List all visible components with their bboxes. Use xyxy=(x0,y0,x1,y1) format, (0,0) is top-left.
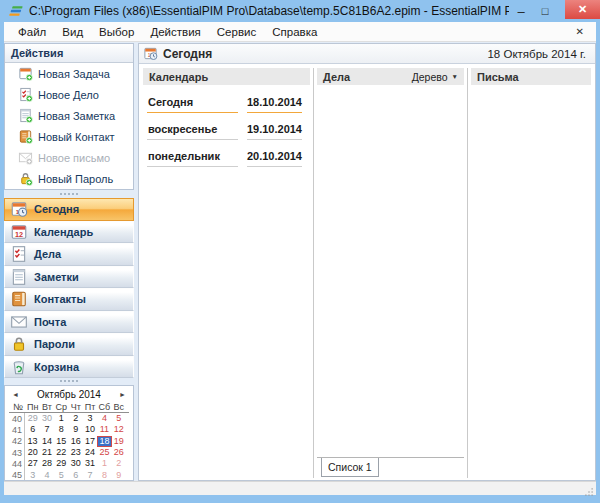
week-number: 43 xyxy=(12,447,25,458)
mini-calendar-day-cell[interactable]: 3 xyxy=(25,470,39,481)
menu-item-0[interactable]: Файл xyxy=(10,26,54,38)
sidebar-splitter-bottom[interactable] xyxy=(4,378,134,383)
agenda-day-label: Сегодня xyxy=(147,96,238,113)
sidebar-splitter-top[interactable] xyxy=(4,190,134,198)
new-password-icon xyxy=(18,171,33,186)
mini-calendar-day-cell[interactable]: 12 xyxy=(112,424,126,435)
mini-calendar-day-cell[interactable]: 7 xyxy=(40,424,54,435)
main-header: 18 Сегодня 18 Октябрь 2014 г. xyxy=(139,44,595,64)
agenda-row[interactable]: понедельник20.10.2014 xyxy=(144,140,309,167)
mini-calendar-day-cell[interactable]: 27 xyxy=(25,458,39,469)
nav-button-mail[interactable]: Почта xyxy=(4,311,134,334)
mini-calendar-day-cell[interactable]: 5 xyxy=(112,413,126,424)
mini-calendar-day-cell[interactable]: 28 xyxy=(40,458,54,469)
view-mode-dropdown[interactable]: Дерево ▼ xyxy=(412,71,458,83)
app-window: C:\Program Files (x86)\EssentialPIM Pro\… xyxy=(0,0,600,503)
nav-button-tasks[interactable]: Дела xyxy=(4,243,134,266)
todo-list-tab[interactable]: Список 1 xyxy=(321,458,379,477)
mini-calendar-day-cell[interactable]: 30 xyxy=(69,458,83,469)
mini-calendar-day-cell[interactable]: 4 xyxy=(97,413,111,424)
mini-calendar-today-cell[interactable]: 18 xyxy=(97,436,111,447)
mini-calendar-day-cell[interactable]: 30 xyxy=(40,413,54,424)
mini-calendar-day-cell[interactable]: 8 xyxy=(54,424,68,435)
menu-close-icon[interactable]: ✕ xyxy=(570,26,590,37)
mini-calendar-day-cell[interactable]: 19 xyxy=(112,436,126,447)
menu-item-4[interactable]: Сервис xyxy=(209,26,264,38)
mini-calendar-day-cell[interactable]: 9 xyxy=(69,424,83,435)
mini-calendar-day-cell[interactable]: 29 xyxy=(54,458,68,469)
mini-calendar-day-cell[interactable]: 25 xyxy=(97,447,111,458)
day-name: Пн xyxy=(25,402,39,412)
nav-button-today[interactable]: 18Сегодня xyxy=(4,198,134,221)
mini-calendar-day-cell[interactable]: 9 xyxy=(112,470,126,481)
mini-calendar-day-cell[interactable]: 4 xyxy=(40,470,54,481)
agenda-day-label: воскресенье xyxy=(147,123,238,140)
agenda-date: 19.10.2014 xyxy=(247,123,302,140)
mini-calendar-day-cell[interactable]: 1 xyxy=(54,413,68,424)
mini-calendar-day-cell[interactable]: 5 xyxy=(54,470,68,481)
mini-calendar-day-cell[interactable]: 1 xyxy=(97,458,111,469)
menu-item-2[interactable]: Выбор xyxy=(91,26,142,38)
mini-calendar-grid: 4029301234541678910111242131415161718194… xyxy=(5,413,133,481)
agenda-row[interactable]: воскресенье19.10.2014 xyxy=(144,113,309,140)
mini-calendar-day-cell[interactable]: 22 xyxy=(54,447,68,458)
mini-calendar-day-cell[interactable]: 14 xyxy=(40,436,54,447)
nav-button-calendar[interactable]: 12Календарь xyxy=(4,221,134,244)
action-item-new-task[interactable]: Новая Задача xyxy=(5,63,133,84)
mini-calendar-day-cell[interactable]: 23 xyxy=(69,447,83,458)
nav-button-label: Календарь xyxy=(34,226,93,238)
mini-calendar-day-cell[interactable]: 29 xyxy=(25,413,39,424)
contacts-icon xyxy=(10,290,28,308)
resize-grip[interactable] xyxy=(584,483,594,493)
today-columns: Календарь Сегодня18.10.2014воскресенье19… xyxy=(139,64,595,480)
action-item-new-password[interactable]: Новый Пароль xyxy=(5,168,133,189)
action-item-new-contact[interactable]: Новый Контакт xyxy=(5,126,133,147)
menu-item-1[interactable]: Вид xyxy=(54,26,91,38)
day-name: Сб xyxy=(97,402,111,412)
day-name: Вт xyxy=(40,402,54,412)
action-item-new-note[interactable]: Новая Заметка xyxy=(5,105,133,126)
mini-calendar-day-cell[interactable]: 10 xyxy=(83,424,97,435)
close-button[interactable]: ✕ xyxy=(565,0,600,19)
todo-footer: Список 1 xyxy=(317,457,464,478)
mini-calendar-day-cell[interactable]: 26 xyxy=(112,447,126,458)
mini-calendar-day-cell[interactable]: 2 xyxy=(69,413,83,424)
mini-calendar-day-cell[interactable]: 24 xyxy=(83,447,97,458)
nav-button-trash[interactable]: Корзина xyxy=(4,356,134,379)
mini-calendar-day-cell[interactable]: 7 xyxy=(83,470,97,481)
mini-calendar-day-cell[interactable]: 20 xyxy=(25,447,39,458)
mini-calendar-day-cell[interactable]: 15 xyxy=(54,436,68,447)
calendar-column-title: Календарь xyxy=(149,71,208,83)
mini-calendar-week: 416789101112 xyxy=(9,424,129,435)
mini-calendar-day-cell[interactable]: 11 xyxy=(97,424,111,435)
mini-calendar-day-cell[interactable]: 2 xyxy=(112,458,126,469)
mini-calendar-day-cell[interactable]: 3 xyxy=(83,413,97,424)
mini-calendar-day-cell[interactable]: 8 xyxy=(97,470,111,481)
mini-calendar-day-cell[interactable]: 6 xyxy=(69,470,83,481)
mini-calendar-day-cell[interactable]: 13 xyxy=(25,436,39,447)
mini-calendar-day-cell[interactable]: 31 xyxy=(83,458,97,469)
nav-stack: 18Сегодня12КалендарьДелаЗаметкиКонтактыП… xyxy=(4,198,134,378)
menu-item-3[interactable]: Действия xyxy=(142,26,208,38)
nav-button-contacts[interactable]: Контакты xyxy=(4,288,134,311)
action-item-new-todo[interactable]: Новое Дело xyxy=(5,84,133,105)
menu-item-5[interactable]: Справка xyxy=(264,26,325,38)
mini-calendar-day-cell[interactable]: 17 xyxy=(83,436,97,447)
mini-calendar-day-cell[interactable]: 21 xyxy=(40,447,54,458)
mini-calendar-week: 453456789 xyxy=(9,469,129,480)
trash-icon xyxy=(10,358,28,376)
nav-button-notes[interactable]: Заметки xyxy=(4,266,134,289)
week-number: 40 xyxy=(12,413,25,424)
maximize-button[interactable]: □ xyxy=(533,5,557,17)
main-panel: 18 Сегодня 18 Октябрь 2014 г. Календарь … xyxy=(138,43,596,481)
calendar-icon: 12 xyxy=(10,223,28,241)
next-month-icon[interactable]: ► xyxy=(119,391,126,398)
nav-button-passwords[interactable]: Пароли xyxy=(4,333,134,356)
agenda-date: 20.10.2014 xyxy=(247,150,302,167)
mini-calendar-day-cell[interactable]: 6 xyxy=(25,424,39,435)
mini-calendar-day-cell[interactable]: 16 xyxy=(69,436,83,447)
prev-month-icon[interactable]: ◄ xyxy=(12,391,19,398)
minimize-button[interactable]: – xyxy=(509,4,533,19)
agenda-row[interactable]: Сегодня18.10.2014 xyxy=(144,86,309,113)
mini-calendar-week: 4213141516171819 xyxy=(9,436,129,447)
